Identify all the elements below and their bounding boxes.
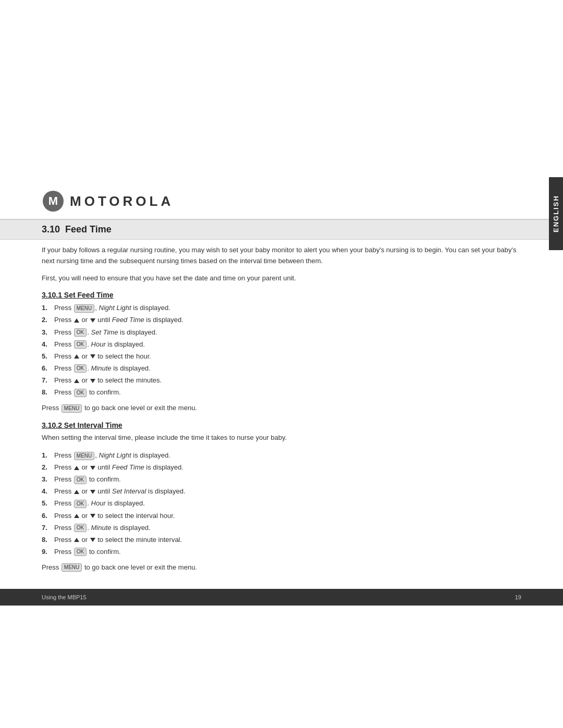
- down-arrow-icon-6: [90, 514, 95, 518]
- ok-button-icon-7: OK: [74, 524, 87, 532]
- intro-paragraph-1: If your baby follows a regular nursing r…: [42, 245, 521, 267]
- note-line-1: Press MENU to go back one level or exit …: [42, 402, 521, 414]
- ok-button-icon-8: OK: [74, 548, 87, 556]
- step-2-8: 8. Press or to select the minute interva…: [42, 534, 521, 546]
- step-2-4: 4. Press or until Set Interval is displa…: [42, 486, 521, 497]
- menu-button-icon-2: MENU: [74, 452, 94, 460]
- motorola-logo: M MOTOROLA: [42, 190, 174, 213]
- ok-button-icon-6: OK: [74, 500, 87, 508]
- motorola-wordmark: MOTOROLA: [70, 193, 174, 209]
- down-arrow-icon-2: [90, 354, 95, 359]
- footer-page-number: 19: [515, 594, 521, 600]
- step-2-3: 3. Press OK to confirm.: [42, 474, 521, 485]
- ok-button-icon-3: OK: [74, 364, 87, 373]
- step-2-5: 5. Press OK. Hour is displayed.: [42, 498, 521, 509]
- step-2-6: 6. Press or to select the interval hour.: [42, 510, 521, 522]
- menu-button-icon: MENU: [74, 304, 94, 313]
- step-1-8: 8. Press OK to confirm.: [42, 387, 521, 398]
- step-1-4: 4. Press OK. Hour is displayed.: [42, 339, 521, 350]
- step-1-7: 7. Press or to select the minutes.: [42, 375, 521, 386]
- subsection-3-10-1: 3.10.1 Set Feed Time 1. Press MENU, Nigh…: [42, 291, 521, 414]
- language-label: ENGLISH: [552, 195, 560, 232]
- back-button-icon: MENU: [62, 404, 82, 413]
- language-tab: ENGLISH: [549, 177, 563, 250]
- up-arrow-icon: [74, 318, 79, 323]
- content-area: ENGLISH M MOTOROLA 3.10 Feed Time If you…: [0, 177, 563, 606]
- ok-button-icon-5: OK: [74, 476, 87, 484]
- up-arrow-icon-7: [74, 538, 79, 542]
- footer: Using the MBP15 19: [0, 589, 563, 606]
- ok-button-icon: OK: [74, 328, 87, 337]
- note-line-2: Press MENU to go back one level or exit …: [42, 562, 521, 573]
- up-arrow-icon-4: [74, 466, 79, 470]
- section-title: 3.10 Feed Time: [42, 224, 112, 235]
- step-1-2: 2. Press or until Feed Time is displayed…: [42, 314, 521, 326]
- step-1-1: 1. Press MENU, Night Light is displayed.: [42, 302, 521, 314]
- intro-paragraph-2: First, you will need to ensure that you …: [42, 273, 521, 284]
- step-1-3: 3. Press OK. Set Time is displayed.: [42, 327, 521, 338]
- step-list-1: 1. Press MENU, Night Light is displayed.…: [42, 302, 521, 398]
- page: ENGLISH M MOTOROLA 3.10 Feed Time If you…: [0, 0, 563, 728]
- down-arrow-icon-3: [90, 379, 95, 383]
- subsection-title-1: 3.10.1 Set Feed Time: [42, 291, 521, 299]
- top-whitespace: [0, 0, 563, 177]
- down-arrow-icon-4: [90, 466, 95, 470]
- step-list-2: 1. Press MENU, Night Light is displayed.…: [42, 450, 521, 558]
- up-arrow-icon-6: [74, 514, 79, 518]
- svg-text:M: M: [48, 194, 58, 207]
- subsection-title-2: 3.10.2 Set Interval Time: [42, 421, 521, 429]
- bottom-whitespace: [0, 606, 563, 728]
- back-button-icon-2: MENU: [62, 563, 82, 572]
- down-arrow-icon: [90, 318, 95, 323]
- step-2-2: 2. Press or until Feed Time is displayed…: [42, 462, 521, 473]
- subsection2-intro: When setting the interval time, please i…: [42, 433, 521, 443]
- motorola-m-icon: M: [42, 190, 65, 213]
- down-arrow-icon-7: [90, 538, 95, 542]
- down-arrow-icon-5: [90, 490, 95, 494]
- up-arrow-icon-2: [74, 354, 79, 359]
- step-2-9: 9. Press OK to confirm.: [42, 546, 521, 558]
- footer-left-text: Using the MBP15: [42, 594, 87, 600]
- step-2-1: 1. Press MENU, Night Light is displayed.: [42, 450, 521, 461]
- step-1-6: 6. Press OK. Minute is displayed.: [42, 363, 521, 374]
- ok-button-icon-4: OK: [74, 389, 87, 397]
- section-header: 3.10 Feed Time: [0, 219, 563, 240]
- subsection-3-10-2: 3.10.2 Set Interval Time When setting th…: [42, 421, 521, 573]
- ok-button-icon-2: OK: [74, 340, 87, 349]
- up-arrow-icon-3: [74, 379, 79, 383]
- main-content: If your baby follows a regular nursing r…: [0, 245, 563, 573]
- step-2-7: 7. Press OK. Minute is displayed.: [42, 522, 521, 534]
- logo-section: M MOTOROLA: [0, 177, 563, 219]
- up-arrow-icon-5: [74, 490, 79, 494]
- step-1-5: 5. Press or to select the hour.: [42, 351, 521, 362]
